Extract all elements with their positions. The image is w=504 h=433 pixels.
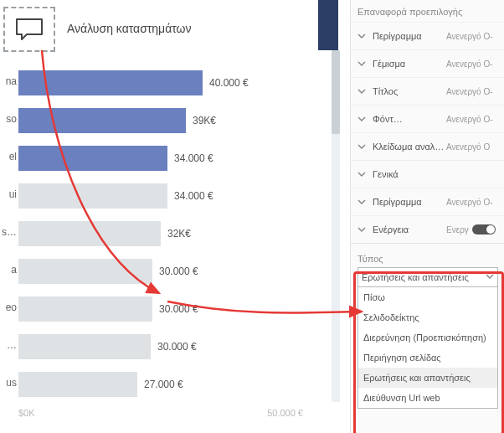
bar-row: a30.000 € xyxy=(0,255,318,289)
format-row-status: Ανενεργό O- xyxy=(446,115,493,124)
bar-category-label: s… xyxy=(0,226,17,238)
bar-row: eo30.000 € xyxy=(0,293,318,327)
bar-fill[interactable] xyxy=(18,70,203,95)
format-pane: Επαναφορά προεπιλογής ΠερίγραμμαΑνενεργό… xyxy=(350,0,504,433)
chevron-down-icon xyxy=(357,198,368,206)
format-row[interactable]: ΠερίγραμμαΑνενεργό O- xyxy=(351,188,504,215)
format-row-status: Ενεργ xyxy=(446,225,469,235)
bar-fill[interactable] xyxy=(18,221,161,246)
format-row-label: Περίγραμμα xyxy=(368,31,446,41)
visual-title: Ανάλυση καταστημάτων xyxy=(67,22,192,35)
format-row[interactable]: ΓέμισμαΑνενεργό O- xyxy=(351,49,504,77)
chevron-down-icon xyxy=(357,32,368,40)
format-row-label: Τίτλος xyxy=(368,86,446,96)
type-label: Τύπος xyxy=(357,254,498,264)
type-dropdown-item[interactable]: Πίσω xyxy=(358,287,497,307)
x-tick-max: 50.000 € xyxy=(267,408,303,418)
format-row-label: Γέμισμα xyxy=(368,59,446,69)
bar-value-label: 30.000 € xyxy=(159,265,198,277)
format-row-label: Φόντ… xyxy=(368,114,446,124)
bar-category-label: a xyxy=(0,264,17,276)
chevron-down-icon xyxy=(486,272,494,282)
type-dropdown[interactable]: Ερωτήσεις και απαντήσεις xyxy=(357,267,498,287)
bar-fill[interactable] xyxy=(18,259,152,284)
format-row-status: Ανενεργό O- xyxy=(446,198,493,207)
bar-fill[interactable] xyxy=(18,146,167,171)
bar-category-label: so xyxy=(0,113,17,125)
type-dropdown-item[interactable]: Ερωτήσεις και απαντήσεις xyxy=(358,368,497,388)
format-row-label: Κλείδωμα αναλο… xyxy=(368,142,446,152)
bar-value-label: 32K€ xyxy=(167,228,191,240)
type-dropdown-item[interactable]: Περιήγηση σελίδας xyxy=(358,348,497,368)
speech-bubble-icon xyxy=(15,18,44,41)
format-row[interactable]: ΠερίγραμμαΑνενεργό O- xyxy=(351,22,504,49)
bar-fill[interactable] xyxy=(18,372,137,397)
bar-fill[interactable] xyxy=(18,183,167,209)
bar-row: so39K€ xyxy=(0,105,318,138)
bar-category-label: el xyxy=(0,151,17,162)
bar-category-label: eo xyxy=(0,302,17,313)
chevron-down-icon xyxy=(357,87,368,95)
bar-value-label: 34.000 € xyxy=(174,190,213,202)
bar-value-label: 39K€ xyxy=(193,115,216,126)
x-tick-min: $0K xyxy=(18,408,35,418)
type-dropdown-item[interactable]: Σελιδοδείκτης xyxy=(358,307,497,327)
bar-category-label: ui xyxy=(0,188,17,200)
speech-bubble-button-placeholder[interactable] xyxy=(3,7,55,52)
restore-defaults-link[interactable]: Επαναφορά προεπιλογής xyxy=(351,0,504,22)
bar-category-label: na xyxy=(0,75,17,87)
format-row-status: Ανενεργό O- xyxy=(446,59,493,69)
bar-fill[interactable] xyxy=(18,108,186,133)
format-row[interactable]: Γενικά xyxy=(351,160,504,188)
bar-value-label: 30.000 € xyxy=(157,341,197,353)
bar-row: s…32K€ xyxy=(0,218,318,251)
visual-header: ⋯ Ανάλυση καταστημάτων xyxy=(0,0,318,50)
bar-fill[interactable] xyxy=(18,296,152,322)
chevron-down-icon xyxy=(357,59,368,68)
bar-fill[interactable] xyxy=(18,334,151,359)
visual-scroll-thumb[interactable] xyxy=(332,50,340,134)
bar-row: ui34.000 € xyxy=(0,180,318,214)
format-row-action[interactable]: Ενέργεια Ενεργ xyxy=(351,215,504,243)
bar-category-label: us xyxy=(0,377,17,389)
bar-value-label: 40.000 € xyxy=(209,77,249,89)
report-visual: ⋯ Ανάλυση καταστημάτων na40.000 €so39K€e… xyxy=(0,0,347,433)
format-row[interactable]: Φόντ…Ανενεργό O- xyxy=(351,105,504,132)
chevron-down-icon xyxy=(357,142,368,151)
format-row-status: Ανενεργό O- xyxy=(446,32,493,41)
bar-category-label: … xyxy=(0,339,17,351)
x-axis: $0K 50.000 € xyxy=(18,408,303,418)
type-dropdown-item[interactable]: Διερεύνηση (Προεπισκόπηση) xyxy=(358,327,497,348)
format-row[interactable]: ΤίτλοςΑνενεργό O- xyxy=(351,77,504,105)
bar-value-label: 27.000 € xyxy=(144,379,183,390)
action-toggle[interactable] xyxy=(472,224,496,235)
format-row-label: Ενέργεια xyxy=(368,224,446,235)
format-row-label: Γενικά xyxy=(368,169,446,179)
bar-value-label: 34.000 € xyxy=(174,152,213,164)
bar-chart: na40.000 €so39K€el34.000 €ui34.000 €s…32… xyxy=(0,67,318,406)
bar-row: el34.000 € xyxy=(0,142,318,176)
bar-row: …30.000 € xyxy=(0,331,318,364)
chevron-down-icon xyxy=(357,225,368,234)
bar-row: na40.000 € xyxy=(0,67,318,101)
format-row-label: Περίγραμμα xyxy=(368,197,446,207)
action-type-section: Τύπος Ερωτήσεις και απαντήσεις ΠίσωΣελιδ… xyxy=(351,243,504,415)
type-dropdown-value: Ερωτήσεις και απαντήσεις xyxy=(362,272,469,282)
more-options[interactable]: ⋯ xyxy=(18,0,39,5)
bar-value-label: 30.000 € xyxy=(159,303,198,315)
format-row-status: Ανενεργό O- xyxy=(446,87,493,96)
chevron-down-icon xyxy=(357,170,368,178)
format-row[interactable]: Κλείδωμα αναλο…Ανενεργό O xyxy=(351,132,504,160)
type-dropdown-menu: ΠίσωΣελιδοδείκτηςΔιερεύνηση (Προεπισκόπη… xyxy=(357,287,498,409)
header-dark-band xyxy=(318,0,338,50)
type-dropdown-item[interactable]: Διεύθυνση Url web xyxy=(358,388,497,408)
chevron-down-icon xyxy=(357,115,368,123)
format-row-status: Ανενεργό O xyxy=(446,142,490,152)
bar-row: us27.000 € xyxy=(0,369,318,402)
